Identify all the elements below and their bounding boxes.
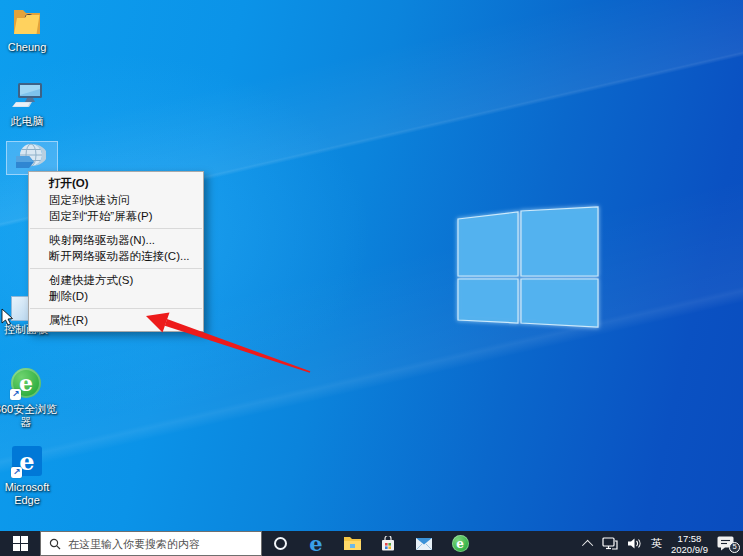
network-icon [12, 142, 46, 174]
taskbar-search-box[interactable] [40, 531, 262, 556]
system-tray: 英 17:58 2020/9/9 5 [585, 531, 743, 556]
desktop-icon-network[interactable] [0, 142, 61, 174]
menu-item-pin-to-start[interactable]: 固定到“开始”屏幕(P) [29, 208, 203, 225]
ethernet-icon [602, 537, 618, 550]
search-input[interactable] [68, 538, 261, 550]
menu-item-disconnect-network-drive[interactable]: 断开网络驱动器的连接(C)... [29, 248, 203, 265]
start-button[interactable] [0, 531, 40, 556]
clock-date: 2020/9/9 [671, 544, 708, 555]
cortana-button[interactable] [262, 531, 298, 556]
network-context-menu: 打开(O) 固定到快速访问 固定到“开始”屏幕(P) 映射网络驱动器(N)...… [28, 171, 204, 332]
taskbar: e e [0, 531, 743, 556]
menu-separator [30, 268, 202, 269]
desktop-icon-label: Microsoft Edge [0, 481, 59, 507]
desktop-wallpaper: Cheung 此电脑 [0, 0, 743, 556]
menu-item-properties[interactable]: 属性(R) [29, 312, 203, 329]
microsoft-edge-icon: e ↗ [10, 446, 44, 478]
file-explorer-button[interactable] [334, 531, 370, 556]
edge-icon: e [309, 533, 322, 554]
speaker-icon [627, 537, 642, 550]
menu-item-create-shortcut[interactable]: 创建快捷方式(S) [29, 272, 203, 289]
taskbar-edge-button[interactable]: e [298, 531, 334, 556]
desktop-icon-this-pc[interactable]: 此电脑 [0, 80, 59, 128]
shortcut-arrow-icon: ↗ [11, 467, 22, 478]
search-icon [49, 538, 61, 550]
control-panel-icon-partial[interactable] [11, 296, 28, 321]
desktop-icon-user-folder[interactable]: Cheung [0, 6, 59, 54]
clock-time: 17:58 [671, 533, 708, 544]
desktop-icon-360-browser[interactable]: e ↗ 360安全浏览器 [0, 368, 58, 429]
shortcut-arrow-icon: ↗ [10, 389, 21, 400]
windows-start-icon [13, 536, 28, 551]
user-folder-icon [10, 6, 44, 38]
network-status-button[interactable] [602, 537, 618, 550]
volume-button[interactable] [627, 537, 642, 550]
clock[interactable]: 17:58 2020/9/9 [671, 533, 708, 555]
desktop-icon-microsoft-edge[interactable]: e ↗ Microsoft Edge [0, 446, 59, 507]
menu-item-delete[interactable]: 删除(D) [29, 288, 203, 305]
cortana-icon [274, 537, 287, 550]
desktop-icon-label: 此电脑 [0, 115, 59, 128]
menu-separator [30, 308, 202, 309]
360-browser-icon: e ↗ [9, 368, 43, 400]
language-indicator[interactable]: 英 [651, 536, 662, 551]
notification-count-badge: 5 [729, 542, 740, 553]
chevron-up-icon [582, 539, 593, 550]
microsoft-store-icon [380, 536, 396, 552]
show-hidden-icons-button[interactable] [585, 540, 593, 548]
menu-item-map-network-drive[interactable]: 映射网络驱动器(N)... [29, 232, 203, 249]
menu-separator [30, 228, 202, 229]
wallpaper-windows-logo [450, 193, 610, 333]
menu-item-open[interactable]: 打开(O) [29, 175, 203, 192]
file-explorer-icon [343, 536, 362, 551]
mail-icon [415, 537, 433, 551]
this-pc-icon [10, 80, 44, 112]
menu-item-pin-to-quick-access[interactable]: 固定到快速访问 [29, 192, 203, 209]
taskbar-360-browser-button[interactable]: e [442, 531, 478, 556]
360-browser-icon: e [452, 535, 469, 552]
desktop-icon-label: 360安全浏览器 [0, 403, 58, 429]
mail-button[interactable] [406, 531, 442, 556]
desktop-icon-label: Cheung [0, 41, 59, 54]
action-center-button[interactable]: 5 [717, 535, 737, 553]
microsoft-store-button[interactable] [370, 531, 406, 556]
